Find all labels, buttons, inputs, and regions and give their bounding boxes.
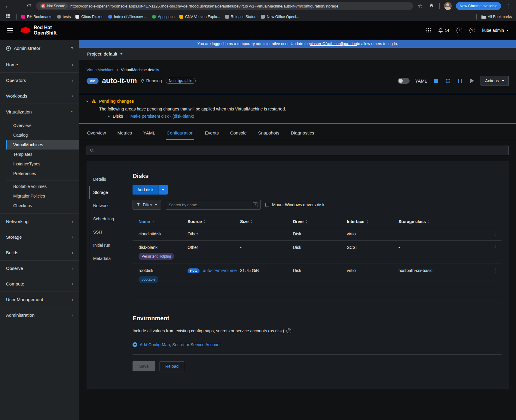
project-selector[interactable]: Project: default [79, 48, 516, 60]
disk-name-search-input[interactable] [169, 203, 251, 207]
sidebar-item-administration[interactable]: Administration› [0, 307, 79, 323]
bookmark-item[interactable]: Release Status [225, 15, 256, 19]
tab-diagnostics[interactable]: Diagnostics [290, 127, 315, 140]
column-header-size[interactable]: Size [240, 219, 293, 224]
column-header-drive[interactable]: Drive [293, 219, 347, 224]
bookmark-item[interactable]: tests [57, 15, 71, 19]
sidebar-item-operators[interactable]: Operators› [0, 73, 79, 88]
restart-vm-button[interactable] [444, 77, 451, 84]
subnav-scheduling[interactable]: Scheduling [89, 212, 125, 225]
perspective-switcher[interactable]: Administrator [0, 40, 79, 57]
subnav-details[interactable]: Details [89, 173, 125, 186]
sidebar-item-migrationpolicies[interactable]: MigrationPolicies [6, 191, 79, 201]
mount-windows-checkbox[interactable] [265, 203, 269, 207]
tab-console[interactable]: Console [230, 127, 247, 140]
sidebar-item-storage[interactable]: Storage› [0, 229, 79, 245]
help-icon[interactable]: ? [286, 328, 291, 333]
sidebar-item-home[interactable]: Home› [0, 57, 79, 73]
reload-page-icon[interactable] [25, 3, 32, 9]
disk-source: Other [188, 231, 240, 237]
tab-overview[interactable]: Overview [87, 127, 107, 140]
pvc-badge: PVC [188, 268, 200, 273]
sidebar-item-preferences[interactable]: Preferences [6, 169, 79, 178]
user-menu[interactable]: kube:admin [482, 28, 509, 33]
notification-count: 14 [445, 28, 449, 33]
address-bar[interactable]: ✕ Not Secure https://console-openshift-c… [36, 2, 413, 10]
profile-avatar[interactable] [444, 2, 452, 10]
add-disk-dropdown-toggle[interactable] [158, 185, 168, 195]
hamburger-menu-icon[interactable] [7, 28, 13, 32]
column-header-source[interactable]: Source [188, 219, 240, 224]
configuration-search-input[interactable] [96, 148, 505, 153]
forward-icon[interactable]: → [14, 3, 22, 9]
subnav-storage[interactable]: Storage [89, 186, 125, 199]
row-kebab-menu[interactable]: ⋮ [488, 231, 502, 237]
sidebar-item-virtualmachines[interactable]: VirtualMachines [6, 140, 79, 150]
app-launcher-icon[interactable] [426, 28, 431, 33]
sidebar-item-templates[interactable]: Templates [6, 150, 79, 159]
extensions-icon[interactable] [428, 3, 435, 9]
sidebar-item-workloads[interactable]: Workloads› [0, 88, 79, 104]
tab-configuration[interactable]: Configuration [166, 127, 194, 140]
bookmark-item[interactable]: Appspace [152, 15, 175, 19]
sidebar-item-compute[interactable]: Compute› [0, 276, 79, 292]
sidebar-item-checkups[interactable]: Checkups [6, 201, 79, 210]
sidebar-item-virt-catalog[interactable]: Catalog [6, 130, 79, 140]
bookmark-item[interactable]: New Office Openi... [261, 15, 299, 19]
collapse-chevron-icon[interactable]: › [84, 100, 90, 102]
sidebar-item-virt-overview[interactable]: Overview [6, 121, 79, 130]
breadcrumb-virtualmachines-link[interactable]: VirtualMachines [87, 68, 114, 72]
chevron-right-icon: › [72, 265, 73, 271]
bookmark-item[interactable]: CNV Version Explo... [179, 15, 220, 19]
row-kebab-menu[interactable]: ⋮ [488, 244, 502, 250]
sidebar-item-virtualization[interactable]: Virtualization› [0, 104, 79, 119]
sidebar-item-observe[interactable]: Observe› [0, 261, 79, 276]
tab-events[interactable]: Events [204, 127, 219, 140]
subnav-initial-run[interactable]: Initial run [89, 239, 125, 252]
column-header-interface[interactable]: Interface [347, 219, 398, 224]
subnav-metadata[interactable]: Metadata [89, 252, 125, 265]
oauth-config-link[interactable]: cluster OAuth configuration [310, 41, 357, 46]
back-icon[interactable]: ← [4, 3, 11, 9]
new-chrome-button[interactable]: New Chrome available [456, 2, 501, 10]
sidebar-item-builds[interactable]: Builds› [0, 245, 79, 261]
pvc-link[interactable]: auto-it-vm-volume [203, 268, 237, 273]
sidebar-item-instancetypes[interactable]: InstanceTypes [6, 159, 79, 169]
mount-windows-checkbox-wrap[interactable]: Mount Windows drivers disk [265, 202, 324, 207]
pause-vm-button[interactable] [456, 77, 463, 84]
start-vm-button[interactable] [469, 77, 475, 84]
chevron-right-icon: › [72, 312, 73, 318]
sidebar-item-user-management[interactable]: User Management› [0, 292, 79, 307]
save-button[interactable]: Save [133, 361, 155, 371]
configuration-search[interactable] [87, 146, 509, 155]
add-disk-button[interactable]: Add disk [133, 185, 158, 195]
reload-button[interactable]: Reload [160, 361, 184, 371]
sidebar-item-bootable-volumes[interactable]: Bootable volumes [6, 180, 79, 191]
tab-metrics[interactable]: Metrics [117, 127, 133, 140]
help-icon[interactable]: ? [469, 28, 475, 33]
tab-yaml[interactable]: YAML [143, 127, 156, 140]
column-header-name[interactable]: Name↑ [139, 219, 188, 224]
stop-vm-button[interactable] [432, 77, 439, 84]
bookmark-item[interactable]: Index of /files/cnv-... [108, 15, 147, 19]
apps-grid-icon[interactable] [4, 14, 11, 19]
bookmark-item[interactable]: Cibus Pluxee [75, 15, 103, 19]
all-bookmarks-button[interactable]: All Bookmarks [481, 15, 512, 19]
row-kebab-menu[interactable]: ⋮ [488, 267, 502, 273]
column-header-storage-class[interactable]: Storage class [398, 219, 488, 224]
browser-menu-icon[interactable]: ⋮ [505, 3, 512, 9]
yaml-toggle[interactable] [398, 78, 410, 84]
filter-dropdown[interactable]: Filter [133, 200, 161, 210]
subnav-network[interactable]: Network [89, 199, 125, 212]
security-chip[interactable]: ✕ Not Secure [40, 3, 68, 9]
bookmark-item[interactable]: RH Bookmarks [21, 15, 52, 19]
sidebar-item-networking[interactable]: Networking› [0, 214, 79, 229]
quick-create-icon[interactable]: + [456, 28, 462, 33]
notifications-bell[interactable]: 14 [438, 28, 449, 33]
bookmark-star-icon[interactable]: ☆ [417, 3, 424, 9]
add-config-map-link[interactable]: + Add Config Map, Secret or Service Acco… [133, 342, 502, 347]
tab-snapshots[interactable]: Snapshots [258, 127, 280, 140]
pending-item-link[interactable]: Make persistent disk - (disk-blank) [130, 114, 194, 119]
actions-dropdown[interactable]: Actions [481, 76, 509, 86]
subnav-ssh[interactable]: SSH [89, 225, 125, 239]
